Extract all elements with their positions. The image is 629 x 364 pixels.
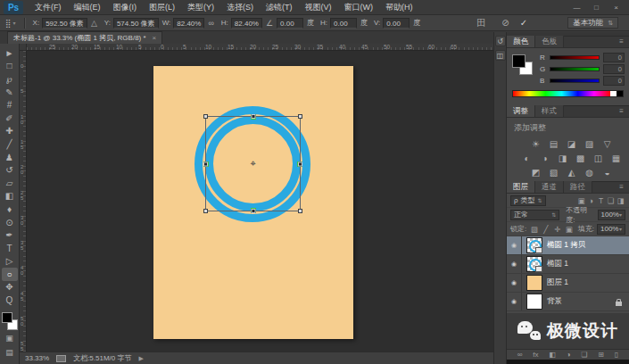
panel-tab[interactable]: 通道 [535, 181, 564, 193]
fill-field[interactable]: 100% ▾ [597, 224, 625, 235]
menu-item[interactable]: 类型(Y) [181, 0, 220, 15]
foreground-color-swatch[interactable] [2, 312, 12, 323]
visibility-eye-icon[interactable]: ◉ [507, 236, 522, 254]
viewport[interactable]: ⌖ [27, 51, 493, 352]
white-swatch[interactable] [610, 91, 617, 96]
y-position-field[interactable]: 574.50 像素 [113, 18, 159, 29]
v-skew-field[interactable]: 0.00 [383, 18, 410, 29]
move-tool[interactable]: ► [2, 46, 18, 60]
lock-all-icon[interactable]: ▣ [564, 225, 574, 234]
rotation-field[interactable]: 0.00 [277, 18, 303, 29]
workspace-switcher[interactable]: 基本功能 ⇅ [567, 17, 618, 29]
panel-tab[interactable]: 颜色 [507, 36, 535, 47]
channel-value-field[interactable]: 0 [603, 76, 625, 86]
gradient-tool[interactable]: ◧ [2, 190, 18, 203]
menu-item[interactable]: 视图(V) [299, 0, 338, 15]
panel-tab[interactable]: 调整 [507, 105, 535, 117]
type-tool[interactable]: T [2, 242, 18, 255]
hue-saturation-icon[interactable]: ◐ [520, 153, 534, 163]
foreground-color-swatch[interactable] [512, 54, 526, 68]
photo-filter-icon[interactable]: ▩ [574, 153, 587, 163]
panel-tab[interactable]: 色板 [535, 36, 564, 47]
layer-filter-kind-select[interactable]: ρ 类型 ⇅ [510, 195, 546, 206]
eraser-tool[interactable]: ▱ [2, 177, 18, 190]
adjustment-filter-icon[interactable]: ◑ [586, 196, 596, 205]
channel-slider[interactable] [550, 67, 600, 71]
layer-row[interactable]: ◉ 背景 [507, 293, 629, 311]
menu-item[interactable]: 帮助(H) [379, 0, 419, 15]
menu-item[interactable]: 文件(F) [29, 0, 68, 15]
ellipse-tool[interactable]: ○ [2, 268, 18, 281]
layer-row[interactable]: ◉ 椭圆 1 拷贝 [507, 236, 629, 255]
threshold-icon[interactable]: ◭ [565, 167, 578, 178]
lasso-tool[interactable]: ℘ [2, 72, 18, 86]
transform-handle-bottom-right[interactable] [298, 209, 302, 213]
height-scale-field[interactable]: 82.40% [231, 18, 262, 29]
h-ruler[interactable]: 25201510505101520253035404550556065 [27, 44, 493, 51]
menu-item[interactable]: 滤镜(T) [260, 0, 299, 15]
reference-point-icon[interactable]: ⣿ [5, 19, 12, 28]
screen-mode-button[interactable]: ▤ [2, 347, 18, 359]
marquee-tool[interactable]: □ [2, 60, 18, 73]
document-tab[interactable]: 未标题-1 @ 33.3% (椭圆 1 拷贝, RGB/8) * × [7, 31, 162, 44]
black-swatch[interactable] [617, 91, 623, 96]
clone-stamp-tool[interactable]: ♟ [2, 151, 18, 164]
panel-menu-icon[interactable]: ≡ [619, 37, 627, 46]
history-panel-button[interactable]: ↺ [495, 36, 506, 46]
h-skew-field[interactable]: 0.00 [330, 18, 357, 29]
lock-position-icon[interactable]: ✛ [552, 225, 562, 234]
transform-bounding-box[interactable]: ⌖ [205, 116, 301, 211]
spectrum-gradient[interactable] [513, 91, 610, 96]
properties-panel-button[interactable]: ◫ [495, 50, 506, 61]
menu-item[interactable]: 窗口(W) [338, 0, 380, 15]
channel-slider[interactable] [550, 55, 600, 60]
path-selection-tool[interactable]: ▷ [2, 255, 18, 269]
transform-handle-top[interactable] [251, 114, 255, 119]
layer-thumbnail[interactable] [526, 275, 542, 291]
hand-tool[interactable]: ✥ [2, 281, 18, 294]
color-spectrum-ramp[interactable] [512, 90, 624, 97]
layer-style-button[interactable]: fx [533, 351, 538, 359]
transform-handle-bottom-left[interactable] [203, 209, 208, 213]
brush-tool[interactable]: ╱ [2, 137, 18, 151]
visibility-eye-icon[interactable]: ◉ [507, 293, 522, 310]
new-adjustment-layer-button[interactable]: ◑ [567, 351, 571, 359]
layer-row[interactable]: ◉ 椭圆 1 [507, 255, 629, 274]
menu-item[interactable]: 编辑(E) [68, 0, 107, 15]
panel-tab[interactable]: 图层 [507, 181, 535, 193]
color-lookup-icon[interactable]: ▦ [609, 153, 623, 163]
transform-handle-right[interactable] [298, 161, 302, 166]
link-dimensions-icon[interactable]: ∞ [208, 19, 213, 28]
transform-handle-top-left[interactable] [203, 114, 208, 119]
transform-handle-bottom[interactable] [251, 209, 255, 213]
gradient-map-icon[interactable]: ◍ [583, 167, 596, 178]
channel-slider[interactable] [550, 79, 600, 83]
x-position-field[interactable]: 592.50 像素 [42, 18, 87, 29]
new-group-button[interactable]: ❏ [581, 351, 587, 359]
relative-position-icon[interactable]: △ [91, 19, 97, 28]
v-ruler[interactable]: 0510152025303540455055 [20, 51, 27, 352]
layer-thumbnail[interactable] [526, 237, 542, 253]
panel-tab[interactable]: 路径 [564, 181, 592, 193]
dodge-tool[interactable]: ⊙ [2, 216, 18, 229]
commit-transform-button[interactable]: ✓ [520, 18, 527, 28]
transform-reference-point-icon[interactable]: ⌖ [250, 157, 255, 169]
layer-thumbnail[interactable] [526, 294, 542, 310]
color-balance-icon[interactable]: ◑ [538, 153, 551, 163]
shape-filter-icon[interactable]: ❏ [606, 196, 616, 205]
close-tab-icon[interactable]: × [153, 34, 157, 42]
quick-mask-button[interactable]: ▣ [2, 333, 18, 344]
delete-layer-button[interactable]: ▯ [615, 351, 618, 359]
posterize-icon[interactable]: ▧ [547, 167, 560, 178]
cancel-transform-button[interactable]: ⊘ [501, 18, 509, 28]
pixel-filter-icon[interactable]: ▣ [576, 196, 586, 205]
panel-tab[interactable]: 样式 [535, 105, 564, 117]
invert-icon[interactable]: ◩ [529, 167, 542, 178]
eyedropper-tool[interactable]: ✐ [2, 112, 18, 125]
transform-handle-left[interactable] [203, 161, 208, 166]
quick-selection-tool[interactable]: ✎ [2, 86, 18, 99]
menu-item[interactable]: 图层(L) [143, 0, 181, 15]
channel-mixer-icon[interactable]: ◫ [592, 153, 605, 163]
add-mask-button[interactable]: ◧ [549, 351, 556, 359]
warp-mode-button[interactable]: 田 [476, 17, 485, 29]
